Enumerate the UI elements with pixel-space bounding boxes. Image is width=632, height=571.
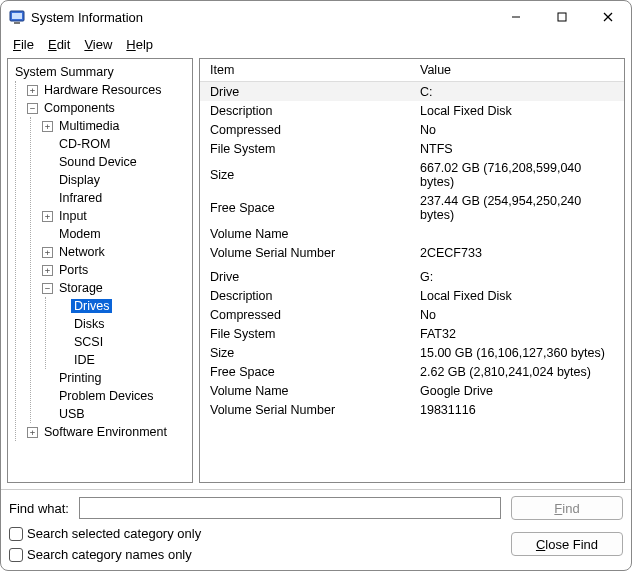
main-area: System Summary +Hardware Resources −Comp… <box>1 58 631 489</box>
cell-item: Drive <box>200 267 410 286</box>
tree-components[interactable]: −Components <box>25 99 190 117</box>
chk-selected-only[interactable]: Search selected category only <box>9 526 501 541</box>
tree-ports[interactable]: +Ports <box>40 261 190 279</box>
close-find-button[interactable]: Close Find <box>511 532 623 556</box>
table-row[interactable]: DescriptionLocal Fixed Disk <box>200 286 624 305</box>
cell-value: G: <box>410 267 624 286</box>
menu-edit[interactable]: Edit <box>42 35 76 54</box>
svg-rect-1 <box>12 13 22 19</box>
tree-modem[interactable]: Modem <box>40 225 190 243</box>
tree-hardware[interactable]: +Hardware Resources <box>25 81 190 99</box>
table-row[interactable]: Free Space2.62 GB (2,810,241,024 bytes) <box>200 362 624 381</box>
cell-item: Drive <box>200 82 410 102</box>
tree-drives[interactable]: Drives <box>55 297 190 315</box>
tree-network[interactable]: +Network <box>40 243 190 261</box>
menubar: File Edit View Help <box>1 33 631 58</box>
cell-value: No <box>410 305 624 324</box>
table-row[interactable]: CompressedNo <box>200 305 624 324</box>
cell-value: No <box>410 120 624 139</box>
cell-value: 2.62 GB (2,810,241,024 bytes) <box>410 362 624 381</box>
menu-view[interactable]: View <box>78 35 118 54</box>
tree-problem[interactable]: Problem Devices <box>40 387 190 405</box>
expand-icon[interactable]: + <box>42 265 53 276</box>
find-label: Find what: <box>9 501 69 516</box>
menu-help[interactable]: Help <box>120 35 159 54</box>
collapse-icon[interactable]: − <box>42 283 53 294</box>
tree-root[interactable]: System Summary <box>10 63 190 81</box>
table-row[interactable]: DriveG: <box>200 267 624 286</box>
cell-value: Local Fixed Disk <box>410 101 624 120</box>
cell-item: Size <box>200 343 410 362</box>
tree-usb[interactable]: USB <box>40 405 190 423</box>
cell-item: Free Space <box>200 191 410 224</box>
expand-icon[interactable]: + <box>42 247 53 258</box>
tree-input[interactable]: +Input <box>40 207 190 225</box>
cell-value: 19831116 <box>410 400 624 419</box>
tree-ide[interactable]: IDE <box>55 351 190 369</box>
table-row[interactable]: Volume Serial Number19831116 <box>200 400 624 419</box>
cell-value: NTFS <box>410 139 624 158</box>
table-row[interactable]: DriveC: <box>200 82 624 102</box>
col-value[interactable]: Value <box>410 59 624 82</box>
checkbox-icon[interactable] <box>9 548 23 562</box>
tree-infrared[interactable]: Infrared <box>40 189 190 207</box>
tree-software[interactable]: +Software Environment <box>25 423 190 441</box>
cell-item: Volume Serial Number <box>200 243 410 262</box>
expand-icon[interactable]: + <box>42 121 53 132</box>
cell-item: File System <box>200 324 410 343</box>
table-row[interactable]: CompressedNo <box>200 120 624 139</box>
table-row[interactable]: Size15.00 GB (16,106,127,360 bytes) <box>200 343 624 362</box>
close-button[interactable] <box>585 1 631 33</box>
details-pane[interactable]: Item Value DriveC:DescriptionLocal Fixed… <box>199 58 625 483</box>
cell-value: FAT32 <box>410 324 624 343</box>
find-button[interactable]: Find <box>511 496 623 520</box>
window-title: System Information <box>31 10 143 25</box>
cell-value: 667.02 GB (716,208,599,040 bytes) <box>410 158 624 191</box>
cell-value: Local Fixed Disk <box>410 286 624 305</box>
table-row[interactable]: DescriptionLocal Fixed Disk <box>200 101 624 120</box>
svg-rect-2 <box>14 22 20 24</box>
table-row[interactable]: File SystemNTFS <box>200 139 624 158</box>
col-item[interactable]: Item <box>200 59 410 82</box>
collapse-icon[interactable]: − <box>27 103 38 114</box>
cell-item: Volume Name <box>200 381 410 400</box>
tree-cdrom[interactable]: CD-ROM <box>40 135 190 153</box>
cell-item: Description <box>200 101 410 120</box>
table-row[interactable]: File SystemFAT32 <box>200 324 624 343</box>
svg-rect-4 <box>558 13 566 21</box>
expand-icon[interactable]: + <box>27 85 38 96</box>
cell-value <box>410 224 624 243</box>
tree-sound[interactable]: Sound Device <box>40 153 190 171</box>
table-row[interactable]: Size667.02 GB (716,208,599,040 bytes) <box>200 158 624 191</box>
titlebar: System Information <box>1 1 631 33</box>
cell-item: Volume Serial Number <box>200 400 410 419</box>
tree-multimedia[interactable]: +Multimedia <box>40 117 190 135</box>
expand-icon[interactable]: + <box>42 211 53 222</box>
tree-printing[interactable]: Printing <box>40 369 190 387</box>
chk-names-only[interactable]: Search category names only <box>9 547 501 562</box>
tree-display[interactable]: Display <box>40 171 190 189</box>
minimize-button[interactable] <box>493 1 539 33</box>
cell-value: Google Drive <box>410 381 624 400</box>
tree-scsi[interactable]: SCSI <box>55 333 190 351</box>
table-row[interactable]: Volume NameGoogle Drive <box>200 381 624 400</box>
table-row[interactable]: Volume Name <box>200 224 624 243</box>
cell-value: C: <box>410 82 624 102</box>
app-icon <box>9 9 25 25</box>
expand-icon[interactable]: + <box>27 427 38 438</box>
table-row[interactable]: Volume Serial Number2CECF733 <box>200 243 624 262</box>
cell-item: Description <box>200 286 410 305</box>
menu-file[interactable]: File <box>7 35 40 54</box>
cell-item: File System <box>200 139 410 158</box>
tree-pane[interactable]: System Summary +Hardware Resources −Comp… <box>7 58 193 483</box>
tree-storage[interactable]: −Storage <box>40 279 190 297</box>
table-row[interactable]: Free Space237.44 GB (254,954,250,240 byt… <box>200 191 624 224</box>
cell-value: 237.44 GB (254,954,250,240 bytes) <box>410 191 624 224</box>
maximize-button[interactable] <box>539 1 585 33</box>
cell-value: 15.00 GB (16,106,127,360 bytes) <box>410 343 624 362</box>
cell-item: Size <box>200 158 410 191</box>
details-table: Item Value DriveC:DescriptionLocal Fixed… <box>200 59 624 419</box>
checkbox-icon[interactable] <box>9 527 23 541</box>
tree-disks[interactable]: Disks <box>55 315 190 333</box>
find-input[interactable] <box>79 497 501 519</box>
